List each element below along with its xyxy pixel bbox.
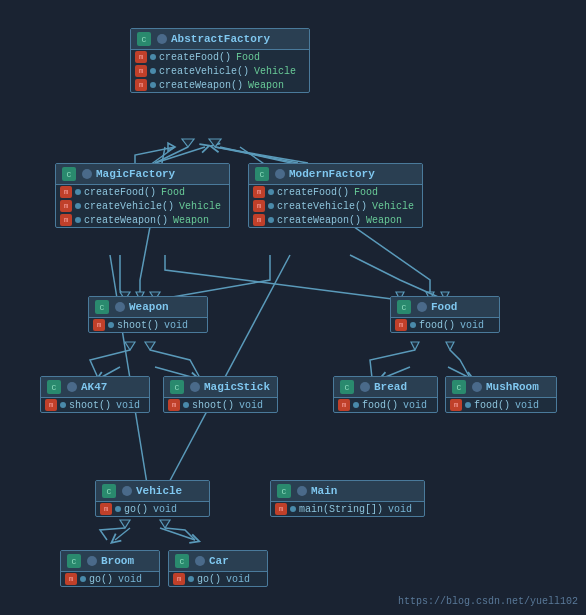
method-row: m food() void <box>391 318 499 332</box>
class-icon: C <box>255 167 269 181</box>
method-name: createWeapon() <box>84 215 168 226</box>
method-icon: m <box>173 573 185 585</box>
svg-line-4 <box>215 147 298 163</box>
class-icon: C <box>277 484 291 498</box>
method-row: m go() void <box>96 502 209 516</box>
visibility-icon <box>87 556 97 566</box>
method-icon: m <box>253 214 265 226</box>
ak47-title: AK47 <box>81 381 107 393</box>
method-icon: m <box>45 399 57 411</box>
method-return: void <box>403 400 427 411</box>
class-icon: C <box>137 32 151 46</box>
class-icon: C <box>170 380 184 394</box>
method-bullet <box>75 217 81 223</box>
method-row: m createVehicle() Vehicle <box>249 199 422 213</box>
method-icon: m <box>60 214 72 226</box>
method-icon: m <box>253 200 265 212</box>
method-return: Weapon <box>366 215 402 226</box>
method-icon: m <box>135 79 147 91</box>
method-row: m go() void <box>169 572 267 586</box>
method-name: createWeapon() <box>277 215 361 226</box>
method-name: createFood() <box>159 52 231 63</box>
vehicle-header: C Vehicle <box>96 481 209 502</box>
abstract-factory-header: C AbstractFactory <box>131 29 309 50</box>
class-icon: C <box>67 554 81 568</box>
method-return: void <box>460 320 484 331</box>
method-bullet <box>60 402 66 408</box>
magic-factory-header: C MagicFactory <box>56 164 229 185</box>
method-return: Vehicle <box>179 201 221 212</box>
method-row: m go() void <box>61 572 159 586</box>
magic-stick-header: C MagicStick <box>164 377 277 398</box>
method-name: createFood() <box>277 187 349 198</box>
method-createWeapon: m createWeapon() Weapon <box>131 78 309 92</box>
magic-stick-title: MagicStick <box>204 381 270 393</box>
method-name: shoot() <box>192 400 234 411</box>
svg-marker-22 <box>120 520 130 528</box>
weapon-header: C Weapon <box>89 297 207 318</box>
visibility-icon <box>122 486 132 496</box>
method-createFood: m createFood() Food <box>131 50 309 64</box>
method-return: void <box>116 400 140 411</box>
method-return: Vehicle <box>372 201 414 212</box>
method-icon: m <box>65 573 77 585</box>
class-icon: C <box>397 300 411 314</box>
method-return: void <box>388 504 412 515</box>
watermark: https://blog.csdn.net/yuell102 <box>398 596 578 607</box>
method-name: food() <box>362 400 398 411</box>
method-return: void <box>153 504 177 515</box>
method-bullet <box>80 576 86 582</box>
method-icon: m <box>93 319 105 331</box>
method-createVehicle: m createVehicle() Vehicle <box>131 64 309 78</box>
method-icon: m <box>168 399 180 411</box>
method-name: createWeapon() <box>159 80 243 91</box>
svg-line-9 <box>115 528 130 540</box>
method-row: m shoot() void <box>164 398 277 412</box>
abstract-factory-title: AbstractFactory <box>171 33 270 45</box>
magic-factory-title: MagicFactory <box>96 168 175 180</box>
method-return: void <box>515 400 539 411</box>
svg-line-28 <box>215 147 308 163</box>
food-box: C Food m food() void <box>390 296 500 333</box>
abstract-factory-box: C AbstractFactory m createFood() Food m … <box>130 28 310 93</box>
method-return: Weapon <box>248 80 284 91</box>
method-row: m createWeapon() Weapon <box>249 213 422 227</box>
method-name: createVehicle() <box>277 201 367 212</box>
method-bullet <box>353 402 359 408</box>
magic-factory-box: C MagicFactory m createFood() Food m cre… <box>55 163 230 228</box>
modern-factory-box: C ModernFactory m createFood() Food m cr… <box>248 163 423 228</box>
uml-diagram: C AbstractFactory m createFood() Food m … <box>0 0 586 615</box>
car-header: C Car <box>169 551 267 572</box>
method-return: Vehicle <box>254 66 296 77</box>
visibility-icon <box>472 382 482 392</box>
method-bullet <box>268 203 274 209</box>
method-name: createVehicle() <box>84 201 174 212</box>
method-return: void <box>118 574 142 585</box>
method-bullet <box>115 506 121 512</box>
class-icon: C <box>340 380 354 394</box>
method-row: m createWeapon() Weapon <box>56 213 229 227</box>
svg-marker-23 <box>160 520 170 528</box>
method-icon: m <box>450 399 462 411</box>
method-return: Food <box>354 187 378 198</box>
broom-header: C Broom <box>61 551 159 572</box>
svg-line-10 <box>160 528 195 540</box>
method-name: go() <box>89 574 113 585</box>
main-header: C Main <box>271 481 424 502</box>
modern-factory-title: ModernFactory <box>289 168 375 180</box>
bread-box: C Bread m food() void <box>333 376 438 413</box>
method-bullet <box>268 217 274 223</box>
method-name: shoot() <box>69 400 111 411</box>
method-return: Food <box>161 187 185 198</box>
method-icon: m <box>275 503 287 515</box>
bread-header: C Bread <box>334 377 437 398</box>
magic-stick-box: C MagicStick m shoot() void <box>163 376 278 413</box>
method-row: m food() void <box>334 398 437 412</box>
main-title: Main <box>311 485 337 497</box>
class-icon: C <box>95 300 109 314</box>
mushroom-header: C MushRoom <box>446 377 556 398</box>
method-icon: m <box>135 51 147 63</box>
svg-marker-21 <box>446 342 454 350</box>
visibility-icon <box>360 382 370 392</box>
visibility-icon <box>190 382 200 392</box>
